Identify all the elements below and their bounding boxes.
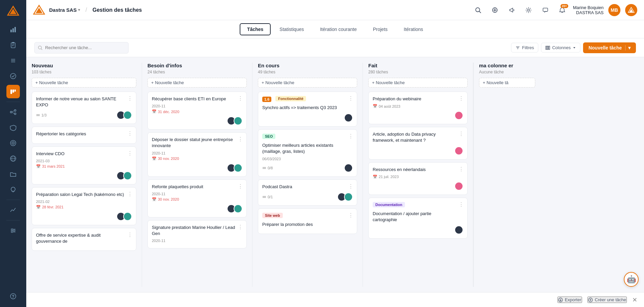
card-menu-c3[interactable]: ⋮: [127, 150, 133, 157]
card-f4[interactable]: ⋮ Documentation Documentation / ajouter …: [368, 198, 468, 239]
card-menu-f3[interactable]: ⋮: [459, 166, 464, 172]
card-menu-b4[interactable]: ⋮: [238, 224, 243, 230]
user-org: DASTRA SAS: [576, 10, 604, 15]
help-icon[interactable]: ?: [6, 289, 20, 303]
card-c4[interactable]: ⋮ Préparation salon Legal Tech (kakémono…: [32, 187, 136, 225]
card-menu-b3[interactable]: ⋮: [238, 183, 243, 190]
new-task-button[interactable]: Nouvelle tâche ▾: [583, 42, 636, 53]
card-footer-c3: [36, 171, 132, 180]
target-icon[interactable]: [6, 136, 20, 150]
card-c3[interactable]: ⋮ Interview CDO 2021-03 📅 31 mars 2021: [32, 146, 136, 184]
card-c5[interactable]: ⋮ Offre de service expertise & audit gou…: [32, 228, 136, 251]
card-avatars-e1: [344, 113, 353, 122]
card-menu-c1[interactable]: ⋮: [127, 95, 133, 102]
svg-point-16: [10, 111, 12, 113]
card-menu-b1[interactable]: ⋮: [238, 95, 243, 102]
card-f3[interactable]: ⋮ Ressources en néerlandais 📅 21 juil. 2…: [368, 162, 468, 195]
tab-statistiques[interactable]: Statistiques: [272, 23, 311, 35]
chart-icon[interactable]: [6, 23, 20, 36]
add-button[interactable]: [489, 4, 501, 16]
search-input[interactable]: [45, 45, 125, 50]
card-title-f1: Préparation du webinaire: [373, 96, 463, 102]
search-box[interactable]: [34, 42, 129, 54]
card-menu-c5[interactable]: ⋮: [127, 232, 133, 238]
tab-bar: Tâches Statistiques Itération courante P…: [26, 20, 644, 38]
card-e3[interactable]: ⋮ Podcast Dastra 0/1: [258, 179, 357, 206]
card-e2[interactable]: ⋮ SEO Optimiser meilleurs articles exist…: [258, 129, 357, 176]
column-header-besoin: Besoin d'infos: [147, 63, 247, 68]
chatbot-button[interactable]: 🤖: [624, 272, 639, 287]
card-menu-e1[interactable]: ⋮: [348, 95, 353, 102]
user-avatar[interactable]: MB: [608, 4, 620, 16]
clipboard-icon[interactable]: [6, 38, 20, 52]
tab-iterations[interactable]: Itérations: [396, 23, 431, 35]
shield-icon[interactable]: [6, 121, 20, 134]
card-e4[interactable]: ⋮ Site web Préparer la promotion des: [258, 208, 357, 234]
svg-point-12: [10, 73, 16, 79]
folder-icon[interactable]: [6, 167, 20, 181]
notifications-button[interactable]: 20+: [556, 4, 568, 16]
filter-sliders-icon[interactable]: [6, 224, 20, 237]
check-icon[interactable]: [6, 69, 20, 83]
card-menu-e3[interactable]: ⋮: [348, 183, 353, 190]
avatar: [234, 164, 242, 172]
card-c2[interactable]: ⋮ Répertorier les catégories: [32, 127, 136, 143]
card-b1[interactable]: ⋮ Récupérer base clients ETI en Europe 2…: [147, 92, 247, 130]
card-menu-f1[interactable]: ⋮: [459, 95, 464, 102]
card-menu-b2[interactable]: ⋮: [238, 136, 243, 142]
kanban-icon[interactable]: [6, 85, 20, 98]
svg-point-32: [13, 230, 15, 231]
sidebar-divider-3: [6, 220, 20, 220]
column-count-partial: Aucune tâche: [479, 70, 535, 74]
settings-button[interactable]: [522, 4, 535, 16]
graph-icon[interactable]: [6, 203, 20, 217]
filters-button[interactable]: Filtres: [511, 43, 538, 53]
add-task-encours[interactable]: + Nouvelle tâche: [258, 78, 357, 88]
card-b3[interactable]: ⋮ Refonte plaquettes produit 2020-11 📅 3…: [147, 179, 247, 217]
add-task-partial[interactable]: + Nouvelle tâ: [479, 78, 535, 88]
card-menu-c4[interactable]: ⋮: [127, 191, 133, 197]
tab-projets[interactable]: Projets: [366, 23, 395, 35]
svg-line-52: [41, 48, 42, 49]
add-task-fait[interactable]: + Nouvelle tâche: [368, 78, 468, 88]
svg-rect-4: [14, 27, 16, 32]
search-button[interactable]: [472, 4, 484, 16]
card-menu-e2[interactable]: ⋮: [348, 133, 353, 139]
announce-button[interactable]: [506, 4, 518, 16]
card-menu-c2[interactable]: ⋮: [127, 130, 133, 137]
card-menu-f4[interactable]: ⋮: [459, 201, 464, 208]
avatar: [454, 226, 463, 234]
card-menu-e4[interactable]: ⋮: [348, 212, 353, 218]
footer-close-button[interactable]: ✕: [632, 296, 637, 304]
svg-line-39: [479, 11, 481, 13]
add-task-besoin[interactable]: + Nouvelle tâche: [147, 78, 247, 88]
card-menu-f2[interactable]: ⋮: [459, 131, 464, 137]
card-f2[interactable]: ⋮ Article, adoption du Data privacy fram…: [368, 127, 468, 159]
sidebar-logo[interactable]: [6, 4, 20, 18]
navbar-actions: 20+ Marine Boquien DASTRA SAS MB: [472, 4, 637, 16]
columns-button[interactable]: Colonnes: [541, 43, 580, 53]
column-count-fait: 280 tâches: [368, 70, 468, 74]
create-task-button[interactable]: Créer une tâche: [587, 297, 627, 303]
card-b2[interactable]: ⋮ Déposer le dossier statut jeune entrep…: [147, 132, 247, 176]
card-avatars-f3: [454, 182, 463, 191]
tab-taches[interactable]: Tâches: [240, 23, 271, 35]
card-e1[interactable]: ⋮ 1.6 Fonctionnalité Synchro actifs => t…: [258, 92, 357, 127]
add-task-nouveau[interactable]: + Nouvelle tâche: [32, 78, 136, 88]
chat-button[interactable]: [539, 4, 551, 16]
card-avatars-e3: [337, 193, 353, 201]
brand-name[interactable]: Dastra SAS ▾: [49, 7, 80, 13]
globe-icon[interactable]: [6, 152, 20, 165]
tab-iteration-courante[interactable]: Itération courante: [313, 23, 364, 35]
new-task-dropdown-icon[interactable]: ▾: [625, 45, 631, 50]
card-avatars-e2: [344, 164, 353, 172]
flow-icon[interactable]: [6, 105, 20, 119]
brand-dropdown-icon: ▾: [78, 8, 80, 12]
card-footer-c1: 1/3: [36, 111, 132, 120]
list-icon[interactable]: [6, 54, 20, 67]
card-c1[interactable]: ⋮ Informer de notre venue au salon SANTE…: [32, 92, 136, 124]
export-button[interactable]: Exporter: [557, 297, 582, 303]
card-f1[interactable]: ⋮ Préparation du webinaire 📅 04 août 202…: [368, 92, 468, 124]
lightbulb-icon[interactable]: [6, 183, 20, 196]
card-b4[interactable]: ⋮ Signature prestation Marine Houllier /…: [147, 220, 247, 248]
